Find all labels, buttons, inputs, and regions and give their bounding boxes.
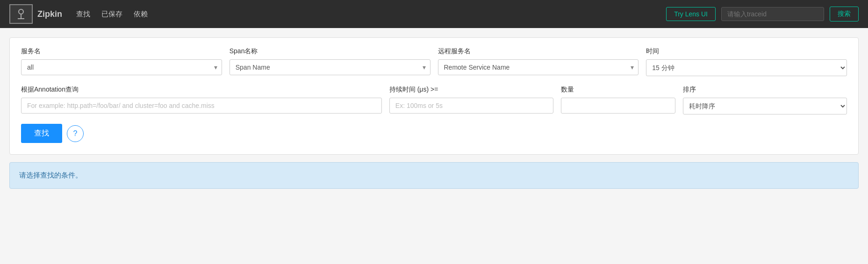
service-select[interactable]: all	[21, 59, 222, 75]
nav-deps-link[interactable]: 依赖	[134, 10, 148, 19]
header: Zipkin 查找 已保存 依赖 Try Lens UI 搜索	[0, 0, 868, 28]
span-label: Span名称	[230, 47, 430, 56]
header-search-button[interactable]: 搜索	[830, 7, 859, 21]
svg-point-0	[19, 9, 23, 14]
span-field-group: Span名称 Span Name	[230, 47, 430, 76]
main-nav: 查找 已保存 依赖	[76, 10, 148, 19]
count-input[interactable]: 10	[561, 98, 676, 114]
span-select[interactable]: Span Name	[230, 59, 430, 75]
search-panel: 服务名 all Span名称 Span Name 远程服务名	[9, 37, 859, 155]
traceid-input[interactable]	[721, 7, 824, 21]
info-message: 请选择查找的条件。	[19, 171, 82, 179]
annotation-input[interactable]	[21, 98, 382, 114]
service-field-group: 服务名 all	[21, 47, 222, 76]
annotation-field-group: 根据Annotation查询	[21, 86, 382, 114]
filter-row-1: 服务名 all Span名称 Span Name 远程服务名	[21, 47, 847, 76]
sort-label: 排序	[683, 86, 847, 94]
action-row: 查找 ?	[21, 124, 847, 143]
zipkin-logo	[9, 4, 33, 24]
brand-label: Zipkin	[37, 9, 62, 19]
duration-field-group: 持续时间 (μs) >=	[389, 86, 553, 114]
help-button[interactable]: ?	[67, 125, 84, 142]
filter-row-2: 根据Annotation查询 持续时间 (μs) >= 数量 10 排序 耗时降…	[21, 86, 847, 114]
service-label: 服务名	[21, 47, 222, 56]
count-label: 数量	[561, 86, 676, 94]
try-lens-button[interactable]: Try Lens UI	[666, 7, 716, 21]
info-banner: 请选择查找的条件。	[9, 162, 859, 189]
count-field-group: 数量 10	[561, 86, 676, 114]
service-select-wrapper: all	[21, 59, 222, 75]
sort-field-group: 排序 耗时降序 耗时升序 时间戳降序 时间戳升序	[683, 86, 847, 114]
nav-search-link[interactable]: 查找	[76, 10, 90, 19]
remote-service-select[interactable]: Remote Service Name	[438, 59, 639, 75]
main-content: 服务名 all Span名称 Span Name 远程服务名	[0, 28, 868, 198]
remote-service-label: 远程服务名	[438, 47, 639, 56]
logo-area: Zipkin	[9, 4, 62, 24]
nav-saved-link[interactable]: 已保存	[101, 10, 122, 19]
find-button[interactable]: 查找	[21, 124, 62, 143]
logo-icon	[14, 7, 28, 21]
span-select-wrapper: Span Name	[230, 59, 430, 75]
time-label: 时间	[646, 47, 847, 56]
remote-service-field-group: 远程服务名 Remote Service Name	[438, 47, 639, 76]
remote-service-select-wrapper: Remote Service Name	[438, 59, 639, 75]
time-field-group: 时间 15 分钟 30 分钟 1 小时 2 小时 6 小时 12 小时 1 天	[646, 47, 847, 76]
duration-input[interactable]	[389, 98, 553, 114]
annotation-label: 根据Annotation查询	[21, 86, 382, 94]
duration-label: 持续时间 (μs) >=	[389, 86, 553, 94]
sort-select[interactable]: 耗时降序 耗时升序 时间戳降序 时间戳升序	[683, 98, 847, 114]
header-right: Try Lens UI 搜索	[666, 7, 859, 21]
time-select[interactable]: 15 分钟 30 分钟 1 小时 2 小时 6 小时 12 小时 1 天	[646, 59, 847, 76]
